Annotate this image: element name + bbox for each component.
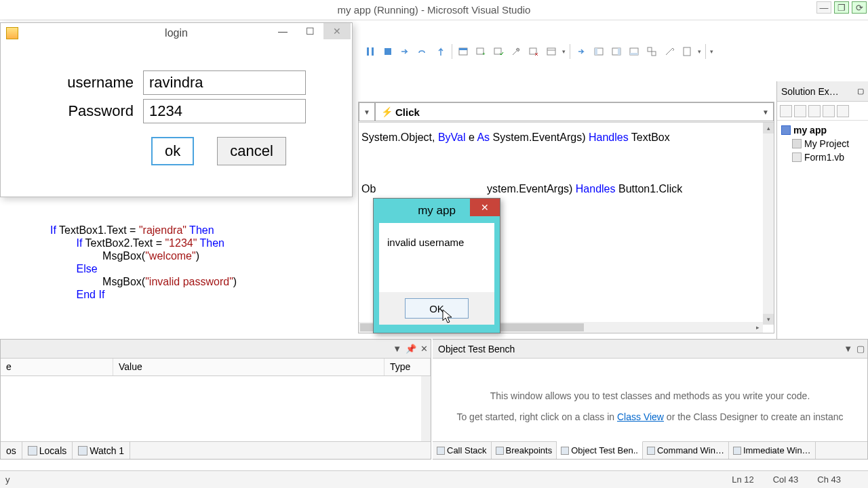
svg-rect-2 [384,48,391,55]
msgbox-ok-button[interactable]: OK [405,298,469,319]
svg-rect-14 [618,48,620,55]
step-into-icon[interactable] [397,43,414,60]
solution-explorer-header[interactable]: Solution Ex…▢ [777,81,868,102]
locals-drop-icon[interactable]: ▼ [393,344,401,354]
locals-columns: e Value Type [1,359,431,376]
immwin-icon [733,447,741,455]
solution-tree: my app My Project Form1.vb [777,121,868,167]
window-cal-icon[interactable] [543,43,559,60]
form-icon [792,152,802,162]
ide-other-button[interactable]: ⟳ [852,1,867,14]
solution-toolbar [777,102,868,121]
locals-panel: ▼📌✕ e Value Type os Locals Watch 1 [0,339,431,460]
msgbox-title: my app [418,204,456,218]
svg-rect-7 [494,48,501,54]
ide-restore-button[interactable]: ❐ [834,1,849,14]
svg-rect-9 [547,48,555,55]
sol-tool-4[interactable] [823,105,835,117]
window-icon[interactable] [455,43,471,60]
arrow-right-icon[interactable] [573,43,589,60]
sol-tool-5[interactable] [837,105,849,117]
step-over-icon[interactable] [415,43,431,60]
status-col: Col 43 [773,474,799,485]
sol-tool-1[interactable] [780,105,792,117]
locals-pin-icon[interactable]: 📌 [406,344,416,354]
tab-object-test-bench[interactable]: Object Test Ben.. [557,441,643,459]
ok-button[interactable]: ok [151,137,194,165]
solution-explorer: Solution Ex…▢ my app My Project Form1.vb [776,81,868,339]
status-ch: Ch 43 [817,474,841,485]
svg-rect-12 [595,48,597,55]
tab-breakpoints[interactable]: Breakpoints [492,442,557,459]
tools-icon[interactable] [508,43,524,60]
tab-locals[interactable]: Locals [22,442,73,459]
panel-icon-2[interactable] [608,43,625,60]
locals-col-type[interactable]: Type [384,359,431,375]
wand-icon[interactable] [661,43,677,60]
locals-tab-icon [28,446,37,455]
password-label: Password [62,102,143,120]
login-title-bar[interactable]: login — ☐ ✕ [1,23,352,43]
otb-header[interactable]: Object Test Bench ▼▢ [433,340,867,359]
msgbox-text: invalid username [379,223,494,292]
object-dropdown[interactable]: ▼ [359,102,375,121]
tab-os[interactable]: os [1,442,22,459]
msgbox-title-bar[interactable]: my app ✕ [374,199,500,223]
vb-project-icon [781,125,791,135]
locals-header[interactable]: ▼📌✕ [1,340,431,359]
login-close-button[interactable]: ✕ [323,23,351,39]
panel-icon-3[interactable] [626,43,642,60]
my-project-node[interactable]: My Project [781,137,864,150]
object-test-bench-panel: Object Test Bench ▼▢ This window allows … [433,339,868,460]
cancel-button[interactable]: cancel [217,137,286,165]
login-minimize-button[interactable]: — [269,23,296,39]
page-icon[interactable] [679,43,695,60]
form1-node[interactable]: Form1.vb [781,150,864,164]
otb-pin-icon[interactable]: ▢ [856,344,865,354]
username-input[interactable] [143,70,306,95]
code-under-login: If TextBox1.Text = "rajendra" Then If Te… [50,224,237,301]
panel-icon-1[interactable] [591,43,607,60]
username-label: username [62,74,143,92]
breakpoints-icon [496,447,504,455]
tab-call-stack[interactable]: Call Stack [433,442,492,459]
step-out-icon[interactable] [433,43,449,60]
toolbar-drop-icon[interactable]: ▾ [561,48,567,55]
panel-icon-4[interactable] [644,43,660,60]
locals-scrollbar[interactable] [421,376,431,441]
class-view-link[interactable]: Class View [617,411,664,422]
svg-rect-1 [372,47,374,56]
locals-col-name[interactable]: e [1,359,113,375]
toolbar-drop2-icon[interactable]: ▾ [696,48,703,55]
event-dropdown[interactable]: ⚡Click▼ [375,102,774,121]
ide-title-text: my app (Running) - Microsoft Visual Stud… [338,4,531,16]
project-props-icon [792,139,802,148]
tab-immediate-window[interactable]: Immediate Win… [729,442,816,459]
editor-vscrollbar[interactable]: ▴▾ [763,123,774,325]
locals-col-value[interactable]: Value [113,359,384,375]
pause-icon[interactable] [362,43,378,60]
svg-rect-19 [684,47,690,56]
svg-rect-0 [367,47,369,56]
sol-tool-2[interactable] [794,105,806,117]
locals-close-icon[interactable]: ✕ [420,344,428,354]
stop-icon[interactable] [380,43,396,60]
callstack-icon [437,447,445,455]
password-input[interactable] [143,99,306,123]
otb-drop-icon[interactable]: ▼ [844,344,852,354]
login-maximize-button[interactable]: ☐ [296,23,323,39]
status-bar: y Ln 12 Col 43 Ch 43 [0,470,868,488]
msgbox-close-button[interactable]: ✕ [470,199,500,216]
ide-minimize-button[interactable]: — [816,1,831,14]
window-x-icon[interactable] [526,43,542,60]
svg-rect-4 [459,48,467,50]
tab-command-window[interactable]: Command Win… [643,442,729,459]
watch-tab-icon [78,446,87,455]
window-plus-icon[interactable]: + [473,43,489,60]
otb-header-text: Object Test Bench [438,344,515,354]
tab-watch1[interactable]: Watch 1 [73,442,130,459]
toolbar-overflow-icon[interactable]: ▾ [709,48,715,55]
solution-root-node[interactable]: my app [781,123,864,137]
sol-tool-3[interactable] [808,105,821,117]
window-check-icon[interactable] [490,43,507,60]
